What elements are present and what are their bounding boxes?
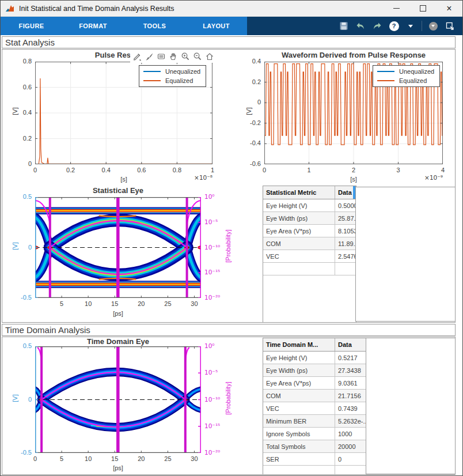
table-cell[interactable] — [263, 466, 335, 475]
restore-view-button[interactable] — [204, 51, 215, 62]
tab-layout[interactable]: LAYOUT — [185, 17, 247, 35]
pulse_response-legend[interactable]: UnequalizedEqualized — [139, 65, 206, 87]
x-tick-label: 30 — [184, 300, 204, 307]
export-button[interactable] — [132, 51, 142, 62]
table-cell[interactable]: 11.89... — [335, 237, 356, 250]
time-domain-metric-table[interactable]: Time Domain M...DataEye Height (V)0.5217… — [263, 338, 367, 475]
table-cell[interactable] — [335, 263, 356, 275]
waveform-legend[interactable]: UnequalizedEqualized — [373, 65, 440, 87]
x-tick-label: 10 — [78, 300, 98, 307]
x-tick-label: 2 — [344, 167, 363, 173]
table-cell[interactable]: 0.7439 — [335, 402, 366, 415]
minimize-button[interactable] — [383, 1, 409, 16]
stat-analysis-panel: Statistical MetricDataEye Height (V)0.50… — [2, 49, 456, 323]
y-axis-label: [V] — [12, 369, 18, 427]
table-row: Eye Height (V)0.5217 — [263, 352, 366, 364]
table-cell[interactable]: 0 — [335, 453, 366, 466]
ribbon-quick-actions: ? — [338, 17, 462, 35]
x-tick-label: 0.6 — [132, 167, 151, 173]
table-cell[interactable]: VEC — [263, 250, 335, 263]
table-cell[interactable]: SER — [263, 453, 335, 466]
table-header-data[interactable]: Data — [335, 186, 356, 199]
table-cell[interactable]: Eye Area (V*ps) — [263, 225, 335, 237]
table-cell[interactable]: Eye Width (ps) — [263, 364, 335, 377]
zoom-out-button[interactable] — [192, 51, 203, 62]
x-tick-label: 1 — [203, 167, 222, 173]
datatips-button[interactable] — [156, 51, 166, 62]
empty-panel — [366, 338, 456, 474]
x-tick-label: 15 — [105, 300, 124, 307]
y-axis-label: [V] — [245, 82, 252, 140]
y-tick-label: 0.5 — [12, 342, 32, 349]
table-cell[interactable]: 2.5476 — [335, 250, 356, 263]
y-tick-label: -0.6 — [241, 160, 261, 167]
table-cell[interactable]: Minimum BER — [263, 415, 335, 428]
datatips-icon — [157, 52, 166, 61]
legend-line-sample — [377, 71, 394, 72]
ribbon-toolbar: FIGURE FORMAT TOOLS LAYOUT — [1, 17, 462, 35]
table-row-empty — [263, 466, 366, 475]
table-cell[interactable]: COM — [263, 237, 335, 250]
table-cell[interactable]: Eye Area (V*ps) — [263, 377, 335, 390]
close-button[interactable]: × — [436, 1, 462, 16]
brush-data-button[interactable] — [144, 51, 154, 62]
x-axis-exponent: ×10⁻⁸ — [175, 174, 212, 181]
zoom-in-button[interactable] — [180, 51, 191, 62]
brush-icon — [145, 52, 154, 61]
help-icon: ? — [389, 21, 399, 31]
table-cell[interactable]: 20000 — [335, 440, 366, 453]
table-header-metric[interactable]: Time Domain M... — [263, 338, 335, 352]
statistical-metric-table[interactable]: Statistical MetricDataEye Height (V)0.50… — [263, 186, 356, 323]
table-cell[interactable]: VEC — [263, 402, 335, 415]
undo-button[interactable] — [355, 20, 366, 32]
metrics-table: Statistical MetricDataEye Height (V)0.50… — [263, 186, 356, 275]
table-cell[interactable]: Eye Height (V) — [263, 199, 335, 212]
table-cell[interactable] — [335, 466, 366, 475]
pan-button[interactable] — [168, 51, 179, 62]
empty-panel — [355, 187, 456, 322]
x-tick-label: 30 — [184, 455, 204, 462]
table-cell[interactable]: 25.87... — [335, 212, 356, 225]
x-tick-label: 0.2 — [61, 167, 81, 173]
table-cell[interactable]: 5.2632e-... — [335, 415, 366, 428]
table-cell[interactable]: 21.7156 — [335, 390, 366, 402]
table-cell[interactable]: COM — [263, 390, 335, 402]
stat_eye-canvas[interactable] — [35, 197, 201, 298]
table-row: Total Symbols20000 — [263, 440, 366, 453]
close-icon: × — [446, 4, 451, 13]
options-dropdown-button[interactable] — [427, 20, 439, 32]
table-cell[interactable]: Total Symbols — [263, 440, 335, 453]
detach-figure-button[interactable] — [444, 20, 456, 32]
table-cell[interactable]: 0.5217 — [335, 352, 366, 364]
x-tick-label: 0 — [25, 167, 45, 173]
y-tick-label: -0.5 — [12, 294, 32, 301]
table-cell[interactable] — [263, 263, 335, 275]
tab-format[interactable]: FORMAT — [62, 17, 124, 35]
table-cell[interactable]: 9.0361 — [335, 377, 366, 390]
table-header-data[interactable]: Data — [335, 338, 366, 352]
table-cell[interactable]: 1000 — [335, 428, 366, 440]
table-row: VEC2.5476 — [263, 250, 356, 263]
help-button[interactable]: ? — [388, 20, 400, 32]
tab-figure[interactable]: FIGURE — [1, 17, 62, 35]
help-dropdown-button[interactable] — [405, 20, 416, 32]
tab-tools[interactable]: TOOLS — [124, 17, 185, 35]
table-cell[interactable]: Eye Height (V) — [263, 352, 335, 364]
table-cell[interactable]: 0.5000 — [335, 199, 356, 212]
x-tick-label: 1 — [299, 167, 319, 173]
legend-item: Unequalized — [143, 68, 200, 75]
x-axis-label: [ps] — [104, 310, 132, 317]
table-cell[interactable]: Eye Width (ps) — [263, 212, 335, 225]
legend-label: Unequalized — [165, 68, 200, 75]
table-cell[interactable]: 8.1053 — [335, 225, 356, 237]
titlebar: Init Statistical and Time Domain Analysi… — [1, 1, 462, 17]
table-header-metric[interactable]: Statistical Metric — [263, 186, 335, 199]
redo-button[interactable] — [371, 20, 383, 32]
td_eye-canvas[interactable] — [35, 346, 201, 453]
save-button[interactable] — [338, 20, 350, 32]
maximize-button[interactable] — [409, 1, 436, 16]
table-row: Minimum BER5.2632e-... — [263, 415, 366, 428]
table-cell[interactable]: 27.3438 — [335, 364, 366, 377]
legend-line-sample — [377, 80, 394, 81]
table-cell[interactable]: Ignore Symbols — [263, 428, 335, 440]
